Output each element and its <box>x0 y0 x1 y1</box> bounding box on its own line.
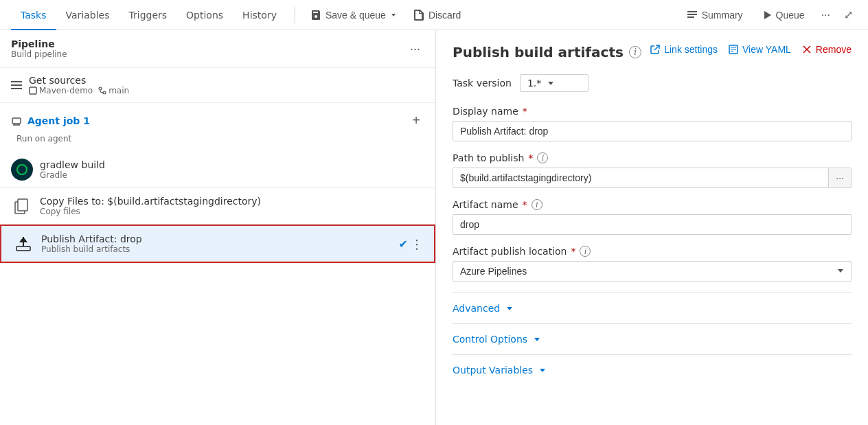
save-queue-button[interactable]: Save & queue <box>304 5 404 25</box>
advanced-section-header: Advanced <box>453 303 852 314</box>
output-variables-chevron-icon <box>538 366 547 374</box>
expand-button[interactable]: ⤢ <box>840 5 857 24</box>
top-navigation: Tasks Variables Triggers Options History… <box>0 0 868 30</box>
panel-title-row: Publish build artifacts i <box>453 44 641 60</box>
save-icon <box>310 10 321 21</box>
path-info-icon[interactable]: i <box>537 152 548 163</box>
summary-icon <box>687 10 698 21</box>
tab-options[interactable]: Options <box>176 1 233 30</box>
nav-right: Summary Queue ··· ⤢ <box>680 5 857 25</box>
artifact-location-required: * <box>571 246 575 257</box>
more-button[interactable]: ··· <box>817 6 834 24</box>
control-options-chevron-icon <box>533 335 541 343</box>
queue-button[interactable]: Queue <box>755 5 812 25</box>
output-variables-section[interactable]: Output Variables <box>453 354 852 385</box>
copy-files-icon <box>11 195 33 217</box>
task-more-icon[interactable]: ⋮ <box>411 237 423 251</box>
task-item-publish[interactable]: Publish Artifact: drop Publish build art… <box>0 225 435 263</box>
queue-icon <box>762 10 772 20</box>
right-panel: Publish build artifacts i Link settings … <box>436 30 868 425</box>
path-to-publish-group: Path to publish * i ··· <box>453 152 852 188</box>
gradle-icon <box>11 159 33 181</box>
gradle-task-subtitle: Gradle <box>40 170 424 180</box>
task-version-row: Task version 1.* <box>453 74 852 92</box>
copy-task-subtitle: Copy files <box>40 207 424 216</box>
nav-divider <box>295 7 295 23</box>
discard-icon <box>413 10 424 21</box>
left-panel: Pipeline Build pipeline ··· Get sources … <box>0 30 436 425</box>
svg-rect-2 <box>687 16 694 18</box>
artifact-name-input[interactable] <box>453 214 852 235</box>
task-item-copy[interactable]: Copy Files to: $(build.artifactstagingdi… <box>0 188 435 225</box>
task-version-select[interactable]: 1.* <box>520 74 589 92</box>
view-yaml-button[interactable]: View YAML <box>729 44 791 55</box>
get-sources-info: Get sources Maven-demo main <box>29 75 129 95</box>
path-required: * <box>528 152 533 163</box>
artifact-location-select-wrapper: Azure Pipelines File share <box>453 261 852 282</box>
publish-task-info: Publish Artifact: drop Publish build art… <box>41 233 392 254</box>
summary-button[interactable]: Summary <box>680 5 750 25</box>
task-version-dropdown-icon <box>547 79 555 87</box>
display-name-input[interactable] <box>453 121 852 141</box>
display-name-required: * <box>523 106 527 117</box>
output-variables-section-header: Output Variables <box>453 365 852 376</box>
pipeline-more-button[interactable]: ··· <box>406 41 424 58</box>
artifact-publish-location-select[interactable]: Azure Pipelines File share <box>453 261 852 282</box>
pipeline-header: Pipeline Build pipeline ··· <box>0 30 435 68</box>
nav-actions: Save & queue Discard <box>304 5 468 25</box>
panel-header-actions: Link settings View YAML Remove <box>650 44 852 55</box>
panel-info-icon[interactable]: i <box>629 46 641 58</box>
artifact-publish-location-label: Artifact publish location * i <box>453 246 852 257</box>
artifact-name-label: Artifact name * i <box>453 199 852 210</box>
get-sources-title: Get sources <box>29 75 129 86</box>
copy-task-info: Copy Files to: $(build.artifactstagingdi… <box>40 196 424 216</box>
tab-triggers[interactable]: Triggers <box>119 1 177 30</box>
nav-tabs: Tasks Variables Triggers Options History <box>11 1 286 30</box>
agent-job-header: Agent job 1 + <box>0 103 435 134</box>
agent-job-left: Agent job 1 <box>11 115 90 126</box>
publish-task-title: Publish Artifact: drop <box>41 233 392 244</box>
path-to-publish-input[interactable] <box>453 168 829 188</box>
task-item-gradle[interactable]: gradlew build Gradle <box>0 152 435 188</box>
get-sources-subtitle: Maven-demo main <box>29 86 129 95</box>
display-name-group: Display name * <box>453 106 852 141</box>
advanced-chevron-icon <box>505 304 514 312</box>
view-yaml-icon <box>729 45 738 54</box>
tab-tasks[interactable]: Tasks <box>11 1 56 30</box>
remove-button[interactable]: Remove <box>802 44 852 55</box>
task-version-label: Task version <box>453 78 512 89</box>
main-content: Pipeline Build pipeline ··· Get sources … <box>0 30 868 425</box>
branch-wrapper: main <box>98 86 129 95</box>
agent-job-section: Agent job 1 + Run on agent <box>0 103 435 149</box>
artifact-name-required: * <box>523 199 527 210</box>
gradle-task-info: gradlew build Gradle <box>40 159 424 180</box>
control-options-section[interactable]: Control Options <box>453 323 852 354</box>
artifact-name-info-icon[interactable]: i <box>532 199 542 210</box>
svg-rect-0 <box>687 11 697 12</box>
svg-rect-1 <box>687 14 697 15</box>
discard-button[interactable]: Discard <box>407 5 468 25</box>
gradle-task-title: gradlew build <box>40 159 424 170</box>
control-options-section-header: Control Options <box>453 334 852 345</box>
advanced-section[interactable]: Advanced <box>453 292 852 323</box>
svg-marker-16 <box>19 237 27 242</box>
task-check-icon: ✔ <box>399 238 408 251</box>
svg-rect-14 <box>16 246 30 251</box>
agent-job-subtitle: Run on agent <box>0 134 435 149</box>
publish-task-actions: ✔ ⋮ <box>399 237 423 251</box>
artifact-location-info-icon[interactable]: i <box>580 246 591 257</box>
svg-rect-8 <box>12 118 21 124</box>
branch-icon <box>98 87 106 95</box>
svg-marker-3 <box>764 11 771 19</box>
tab-variables[interactable]: Variables <box>56 1 119 30</box>
path-browse-button[interactable]: ··· <box>829 168 852 188</box>
tab-history[interactable]: History <box>233 1 286 30</box>
svg-rect-4 <box>30 87 36 94</box>
get-sources-item[interactable]: Get sources Maven-demo main <box>0 68 435 103</box>
output-variables-label: Output Variables <box>453 365 533 376</box>
display-name-label: Display name * <box>453 106 852 117</box>
artifact-publish-location-group: Artifact publish location * i Azure Pipe… <box>453 246 852 282</box>
repo-icon <box>29 87 37 95</box>
add-task-button[interactable]: + <box>408 111 424 130</box>
link-settings-button[interactable]: Link settings <box>650 44 718 55</box>
